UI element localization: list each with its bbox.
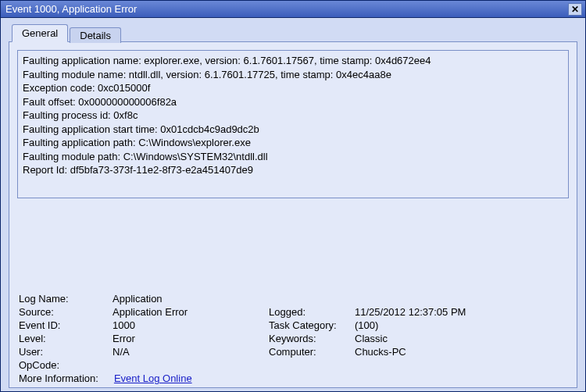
tab-general[interactable]: General xyxy=(12,24,68,42)
window-title: Event 1000, Application Error xyxy=(5,3,137,15)
label-keywords: Keywords: xyxy=(269,333,355,344)
label-event-id: Event ID: xyxy=(19,319,113,331)
opcode-row: OpCode: xyxy=(19,359,569,371)
event-log-online-link[interactable]: Event Log Online xyxy=(114,372,192,384)
more-info-row: More Information: Event Log Online xyxy=(19,372,569,384)
value-level: Error xyxy=(113,333,269,344)
label-level: Level: xyxy=(19,333,113,344)
event-description-text: Faulting application name: explorer.exe,… xyxy=(23,55,431,176)
label-more-info: More Information: xyxy=(19,372,98,384)
titlebar: Event 1000, Application Error ✕ xyxy=(1,1,585,18)
tab-general-label: General xyxy=(22,27,58,39)
label-computer: Computer: xyxy=(269,346,355,358)
label-user: User: xyxy=(19,346,113,358)
label-logged: Logged: xyxy=(269,306,355,318)
close-button[interactable]: ✕ xyxy=(568,3,582,16)
event-properties-window: Event 1000, Application Error ✕ General … xyxy=(0,0,586,392)
label-task-category: Task Category: xyxy=(269,319,355,331)
tabpage-general: Faulting application name: explorer.exe,… xyxy=(9,41,577,388)
value-logged: 11/25/2012 12:37:05 PM xyxy=(355,306,511,318)
client-area: General Details Faulting application nam… xyxy=(1,18,585,391)
tabstrip: General Details xyxy=(12,23,577,41)
event-description-box[interactable]: Faulting application name: explorer.exe,… xyxy=(17,50,569,198)
value-event-id: 1000 xyxy=(113,319,269,331)
value-computer: Chucks-PC xyxy=(355,346,511,358)
close-icon: ✕ xyxy=(571,5,579,14)
property-grid: Log Name: Application Source: Applicatio… xyxy=(19,293,569,358)
value-log-name: Application xyxy=(113,293,269,305)
value-keywords: Classic xyxy=(355,333,511,344)
label-opcode: OpCode: xyxy=(19,359,59,371)
value-source: Application Error xyxy=(113,306,269,318)
label-log-name: Log Name: xyxy=(19,293,113,305)
value-user: N/A xyxy=(113,346,269,358)
value-task-category: (100) xyxy=(355,319,511,331)
tab-details-label: Details xyxy=(80,30,111,41)
tab-details[interactable]: Details xyxy=(70,27,121,43)
label-source: Source: xyxy=(19,306,113,318)
